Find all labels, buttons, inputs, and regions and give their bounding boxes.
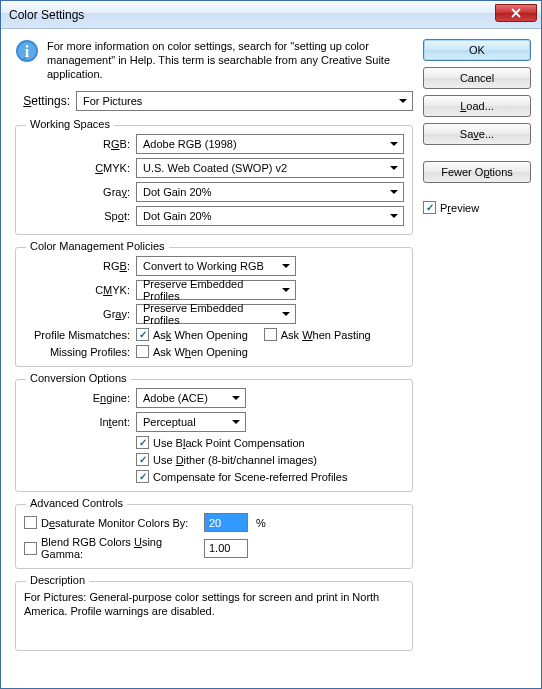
ws-rgb-label: RGB: [24,138,136,150]
description-legend: Description [26,574,89,586]
description-group: Description For Pictures: General-purpos… [15,581,413,651]
dither-label: Use Dither (8-bit/channel images) [153,454,317,466]
bpc-label: Use Black Point Compensation [153,437,305,449]
advanced-legend: Advanced Controls [26,497,127,509]
ws-rgb-dropdown[interactable]: Adobe RGB (1998) [136,134,404,154]
description-text: For Pictures: General-purpose color sett… [24,590,404,618]
missing-profiles-label: Missing Profiles: [24,346,136,358]
info-icon: i [15,39,39,63]
pol-gray-dropdown[interactable]: Preserve Embedded Profiles [136,304,296,324]
titlebar-title: Color Settings [9,8,84,22]
conversion-legend: Conversion Options [26,372,131,384]
ws-gray-dropdown[interactable]: Dot Gain 20% [136,182,404,202]
close-button[interactable] [495,4,537,22]
scene-checkbox[interactable] [136,470,149,483]
fewer-options-button[interactable]: Fewer Options [423,161,531,183]
settings-value: For Pictures [83,95,142,107]
ask-pasting-checkbox[interactable] [264,328,277,341]
blend-label: Blend RGB Colors Using Gamma: [41,536,204,560]
conversion-group: Conversion Options Engine: Adobe (ACE) I… [15,379,413,492]
blend-input[interactable] [204,539,248,558]
ask-opening-label: Ask When Opening [153,329,248,341]
ok-button[interactable]: OK [423,39,531,61]
side-column: OK Cancel Load... Save... Fewer Options … [423,39,531,678]
cancel-button[interactable]: Cancel [423,67,531,89]
preview-label: Preview [440,202,479,214]
info-row: i For more information on color settings… [15,39,413,81]
ws-cmyk-dropdown[interactable]: U.S. Web Coated (SWOP) v2 [136,158,404,178]
missing-ask-opening-label: Ask When Opening [153,346,248,358]
pol-rgb-label: RGB: [24,260,136,272]
intent-dropdown[interactable]: Perceptual [136,412,246,432]
color-settings-dialog: Color Settings i For more information on… [0,0,542,689]
settings-row: Settings: For Pictures [15,91,413,111]
engine-label: Engine: [24,392,136,404]
pol-cmyk-label: CMYK: [24,284,136,296]
desat-unit: % [256,517,266,529]
ws-cmyk-label: CMYK: [24,162,136,174]
working-spaces-group: Working Spaces RGB: Adobe RGB (1998) CMY… [15,125,413,235]
ws-gray-label: Gray: [24,186,136,198]
profile-mismatches-label: Profile Mismatches: [24,329,136,341]
close-icon [511,8,521,18]
preview-checkbox[interactable] [423,201,436,214]
scene-label: Compensate for Scene-referred Profiles [153,471,347,483]
svg-text:i: i [25,43,30,60]
settings-dropdown[interactable]: For Pictures [76,91,413,111]
desat-input[interactable] [204,513,248,532]
info-text: For more information on color settings, … [47,39,413,81]
titlebar: Color Settings [1,1,541,29]
policies-legend: Color Management Policies [26,240,169,252]
dialog-body: i For more information on color settings… [1,29,541,688]
ask-opening-checkbox[interactable] [136,328,149,341]
ws-spot-label: Spot: [24,210,136,222]
pol-gray-label: Gray: [24,308,136,320]
save-button[interactable]: Save... [423,123,531,145]
desat-checkbox[interactable] [24,516,37,529]
load-button[interactable]: Load... [423,95,531,117]
missing-ask-opening-checkbox[interactable] [136,345,149,358]
bpc-checkbox[interactable] [136,436,149,449]
ask-pasting-label: Ask When Pasting [281,329,371,341]
settings-label: Settings: [15,94,70,108]
pol-cmyk-dropdown[interactable]: Preserve Embedded Profiles [136,280,296,300]
pol-rgb-dropdown[interactable]: Convert to Working RGB [136,256,296,276]
ws-spot-dropdown[interactable]: Dot Gain 20% [136,206,404,226]
preview-row: Preview [423,201,531,214]
blend-checkbox[interactable] [24,542,37,555]
policies-group: Color Management Policies RGB: Convert t… [15,247,413,367]
dither-checkbox[interactable] [136,453,149,466]
main-column: i For more information on color settings… [15,39,413,678]
working-spaces-legend: Working Spaces [26,118,114,130]
intent-label: Intent: [24,416,136,428]
desat-label: Desaturate Monitor Colors By: [41,517,188,529]
advanced-group: Advanced Controls Desaturate Monitor Col… [15,504,413,569]
engine-dropdown[interactable]: Adobe (ACE) [136,388,246,408]
